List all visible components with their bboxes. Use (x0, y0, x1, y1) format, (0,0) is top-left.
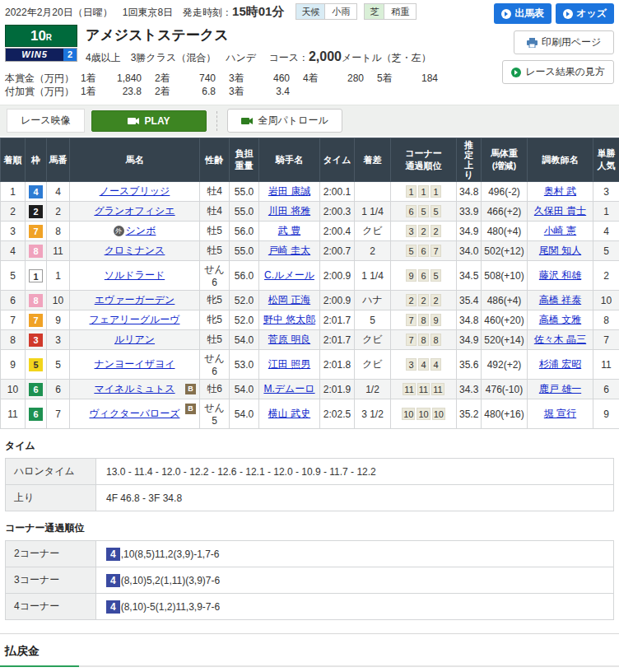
corner-chip: 3 (406, 225, 417, 237)
cell-jockey: 川田 将雅 (259, 202, 320, 222)
cell-last-3f: 34.0 (457, 241, 482, 261)
corner-chip: 2 (418, 225, 429, 237)
cell-horse-name: ナンヨーイザヨイ (70, 350, 200, 380)
jockey-link[interactable]: 川田 将雅 (268, 205, 310, 217)
trainer-link[interactable]: 小崎 憲 (544, 225, 576, 236)
corner-chip: 8 (418, 314, 429, 326)
jockey-link[interactable]: 武 豊 (278, 225, 300, 236)
trainer-link[interactable]: 高橋 祥泰 (539, 294, 581, 306)
cell-trainer: 奥村 武 (528, 182, 593, 202)
cell-carried-weight: 55.0 (230, 182, 259, 202)
cell-margin: 1 1/4 (355, 202, 391, 222)
horse-link[interactable]: クロミナンス (105, 245, 165, 256)
cell-margin: ハナ (355, 291, 391, 310)
trainer-link[interactable]: 久保田 貴士 (534, 205, 586, 217)
corner-order-text: (8,10)-5(1,2)11,3,9-7-6 (121, 601, 221, 613)
corner-row-label: 4コーナー (6, 594, 96, 620)
cell-margin: 3 1/2 (355, 399, 391, 429)
cell-margin: 1/2 (355, 380, 391, 399)
cell-margin: 1 1/4 (355, 261, 391, 291)
cell-win-popularity: 5 (593, 241, 619, 261)
waku-badge: 1 (29, 269, 43, 282)
horse-link[interactable]: グランオフィシエ (94, 205, 175, 217)
cell-corner-positions: 111111 (391, 380, 457, 399)
horse-link[interactable]: エヴァーガーデン (95, 294, 175, 306)
cell-win-popularity: 9 (593, 399, 619, 429)
cell-win-popularity: 4 (593, 222, 619, 241)
results-guide-label: レース結果の見方 (525, 65, 605, 79)
patrol-video-button[interactable]: 全周パトロール (227, 109, 342, 133)
corner-chip: 2 (431, 225, 441, 237)
prize-main-label: 本賞金（万円） (5, 72, 81, 85)
horse-link[interactable]: シンボ (126, 225, 156, 236)
cell-last-3f: 35.6 (457, 350, 482, 380)
cell-sex-age: せん6 (200, 261, 230, 291)
trainer-link[interactable]: 佐々木 晶三 (534, 334, 586, 345)
cell-corner-positions: 788 (391, 330, 457, 350)
cell-win-popularity: 8 (593, 310, 619, 330)
time-row: ハロンタイム13.0 - 11.4 - 12.0 - 12.2 - 12.6 -… (6, 459, 614, 485)
jockey-link[interactable]: 戸崎 圭太 (268, 245, 310, 256)
cell-margin: クビ (355, 222, 391, 241)
jockey-link[interactable]: 横山 武史 (268, 408, 310, 419)
cell-horse-number: 6 (47, 380, 70, 399)
jockey-link[interactable]: 菅原 明良 (268, 334, 310, 345)
cell-body-weight: 496(-2) (482, 182, 528, 202)
cell-finish-position: 8 (1, 330, 26, 350)
cell-trainer: 堀 宣行 (528, 399, 593, 429)
play-button[interactable]: PLAY (91, 110, 207, 132)
cell-last-3f: 35.4 (457, 291, 482, 310)
corner-leader-chip: 4 (106, 574, 120, 587)
divider (216, 111, 217, 131)
trainer-link[interactable]: 藤沢 和雄 (539, 269, 581, 281)
prize-value: 1,840 (104, 72, 142, 85)
trainer-link[interactable]: 堀 宣行 (544, 408, 576, 419)
corner-row-value: 4(8,10)-5(1,2)11,3,9-7-6 (96, 594, 614, 620)
trainer-link[interactable]: 鹿戸 雄一 (539, 383, 581, 394)
horse-link[interactable]: ソルドラード (105, 269, 165, 281)
trainer-link[interactable]: 尾関 知人 (539, 245, 581, 256)
horse-link[interactable]: フェアリーグルーヴ (90, 314, 180, 325)
cell-jockey: 武 豊 (259, 222, 320, 241)
cell-sex-age: 牡4 (200, 202, 230, 222)
corner-chip: 1 (431, 185, 441, 198)
jockey-link[interactable]: 野中 悠太郎 (263, 314, 315, 325)
trainer-link[interactable]: 奥村 武 (544, 185, 576, 197)
jockey-link[interactable]: 江田 照男 (268, 358, 310, 370)
cell-horse-number: 11 (47, 241, 70, 261)
cell-finish-position: 3 (1, 222, 26, 241)
cell-win-popularity: 1 (593, 202, 619, 222)
cell-win-popularity: 11 (593, 350, 619, 380)
trainer-link[interactable]: 高橋 文雅 (539, 314, 581, 325)
table-row: 222グランオフィシエ牡455.0川田 将雅2:00.31 1/465533.9… (1, 202, 619, 222)
cell-sex-age: 牝5 (200, 291, 230, 310)
cell-last-3f: 34.9 (457, 330, 482, 350)
waku-badge: 7 (29, 225, 43, 238)
horse-link[interactable]: マイネルミュトス (94, 383, 175, 394)
cell-finish-position: 6 (1, 291, 26, 310)
jockey-link[interactable]: C.ルメール (264, 269, 314, 281)
waku-badge: 2 (29, 205, 43, 218)
cell-last-3f: 34.5 (457, 261, 482, 291)
cell-waku: 8 (26, 291, 47, 310)
horse-link[interactable]: ノースブリッジ (100, 185, 170, 197)
horse-link[interactable]: ヴィクターバローズ (90, 408, 180, 419)
horse-link[interactable]: ナンヨーイザヨイ (95, 358, 175, 370)
prize-rank: 4着 (303, 72, 326, 85)
entries-button-label: 出馬表 (514, 7, 544, 21)
prize-value: 3.4 (252, 85, 290, 98)
win5-leg-number: 2 (63, 49, 77, 61)
cell-carried-weight: 54.0 (230, 330, 259, 350)
cell-sex-age: 牡5 (200, 330, 230, 350)
cell-time: 2:01.9 (320, 380, 355, 399)
jockey-link[interactable]: 岩田 康誠 (268, 185, 310, 197)
horse-link[interactable]: ルリアン (114, 334, 155, 345)
weather-label: 天候 (296, 4, 325, 19)
cell-carried-weight: 56.0 (230, 261, 259, 291)
jockey-link[interactable]: 松岡 正海 (268, 294, 310, 306)
cell-carried-weight: 54.0 (230, 399, 259, 429)
trainer-link[interactable]: 杉浦 宏昭 (539, 358, 581, 370)
turf-condition-value: 稍重 (384, 4, 416, 19)
time-table: ハロンタイム13.0 - 11.4 - 12.0 - 12.2 - 12.6 -… (5, 458, 614, 511)
jockey-link[interactable]: M.デムーロ (263, 383, 314, 394)
